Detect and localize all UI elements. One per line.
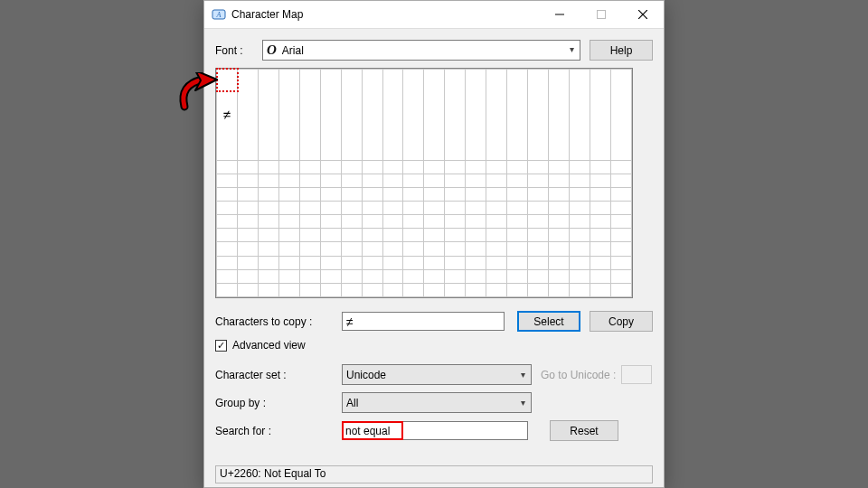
- grid-cell[interactable]: [424, 188, 445, 202]
- grid-cell[interactable]: [299, 269, 320, 283]
- grid-cell[interactable]: [341, 242, 362, 256]
- grid-cell[interactable]: [569, 202, 590, 215]
- grid-cell[interactable]: [382, 215, 403, 229]
- grid-cell[interactable]: [403, 215, 424, 229]
- grid-cell[interactable]: [569, 229, 590, 242]
- grid-cell[interactable]: [341, 160, 362, 174]
- grid-cell[interactable]: [445, 256, 466, 269]
- grid-cell[interactable]: [299, 283, 320, 296]
- grid-cell[interactable]: [424, 160, 445, 174]
- grid-cell[interactable]: [362, 160, 382, 174]
- grid-cell[interactable]: [528, 229, 549, 242]
- grid-cell[interactable]: [278, 202, 299, 215]
- grid-cell[interactable]: [486, 256, 507, 269]
- grid-cell[interactable]: [382, 160, 403, 174]
- grid-cell[interactable]: [362, 283, 382, 296]
- grid-cell[interactable]: [362, 70, 382, 161]
- grid-cell[interactable]: [320, 256, 341, 269]
- grid-cell[interactable]: [507, 242, 528, 256]
- grid-cell[interactable]: [610, 283, 631, 296]
- grid-cell[interactable]: [341, 256, 362, 269]
- grid-cell[interactable]: [237, 202, 258, 215]
- grid-cell[interactable]: [382, 70, 403, 161]
- grid-cell[interactable]: [610, 70, 631, 161]
- grid-cell[interactable]: [486, 160, 507, 174]
- grid-cell[interactable]: [610, 202, 631, 215]
- grid-cell[interactable]: [569, 160, 590, 174]
- font-dropdown[interactable]: O Arial ▾: [262, 40, 580, 61]
- grid-cell[interactable]: [424, 174, 445, 187]
- grid-cell[interactable]: [445, 269, 466, 283]
- grid-cell[interactable]: [466, 215, 486, 229]
- grid-cell[interactable]: [403, 229, 424, 242]
- search-for-input[interactable]: not equal: [342, 421, 403, 440]
- grid-cell[interactable]: [590, 70, 610, 161]
- grid-cell[interactable]: [507, 215, 528, 229]
- grid-cell[interactable]: [299, 160, 320, 174]
- grid-cell[interactable]: [258, 215, 278, 229]
- grid-cell[interactable]: [466, 229, 486, 242]
- grid-cell[interactable]: [528, 269, 549, 283]
- grid-cell[interactable]: [610, 269, 631, 283]
- grid-cell[interactable]: [549, 242, 570, 256]
- grid-cell[interactable]: [341, 269, 362, 283]
- grid-cell[interactable]: [258, 242, 278, 256]
- grid-cell[interactable]: [341, 229, 362, 242]
- grid-cell[interactable]: [217, 283, 238, 296]
- grid-cell[interactable]: [217, 202, 238, 215]
- grid-cell[interactable]: [278, 229, 299, 242]
- grid-cell[interactable]: [590, 269, 610, 283]
- grid-cell[interactable]: [424, 70, 445, 161]
- grid-cell[interactable]: [237, 70, 258, 161]
- grid-cell[interactable]: [258, 70, 278, 161]
- grid-cell[interactable]: [278, 242, 299, 256]
- grid-cell[interactable]: [217, 269, 238, 283]
- copy-button[interactable]: Copy: [590, 311, 653, 332]
- grid-cell[interactable]: [217, 215, 238, 229]
- grid-cell[interactable]: [258, 256, 278, 269]
- grid-cell[interactable]: [528, 242, 549, 256]
- grid-cell[interactable]: [466, 202, 486, 215]
- grid-cell[interactable]: [507, 283, 528, 296]
- grid-cell[interactable]: [403, 160, 424, 174]
- grid-cell[interactable]: [237, 174, 258, 187]
- grid-cell[interactable]: [362, 215, 382, 229]
- search-for-input-extra[interactable]: [403, 421, 528, 440]
- grid-cell[interactable]: [507, 160, 528, 174]
- grid-cell[interactable]: [362, 202, 382, 215]
- grid-cell[interactable]: [382, 269, 403, 283]
- grid-cell[interactable]: [569, 215, 590, 229]
- advanced-view-checkbox[interactable]: ✓: [215, 340, 227, 352]
- grid-cell[interactable]: [278, 269, 299, 283]
- grid-cell[interactable]: [528, 215, 549, 229]
- grid-cell[interactable]: [403, 269, 424, 283]
- grid-cell[interactable]: [528, 202, 549, 215]
- grid-cell[interactable]: [382, 242, 403, 256]
- grid-cell[interactable]: [258, 229, 278, 242]
- grid-cell[interactable]: [217, 188, 238, 202]
- grid-cell[interactable]: [341, 70, 362, 161]
- grid-cell[interactable]: [549, 215, 570, 229]
- grid-cell[interactable]: [549, 229, 570, 242]
- grid-cell[interactable]: [362, 188, 382, 202]
- grid-cell[interactable]: [299, 202, 320, 215]
- grid-cell[interactable]: [507, 229, 528, 242]
- grid-cell[interactable]: [299, 229, 320, 242]
- grid-cell[interactable]: [507, 70, 528, 161]
- grid-cell[interactable]: [320, 202, 341, 215]
- grid-cell[interactable]: [590, 229, 610, 242]
- grid-cell[interactable]: [299, 70, 320, 161]
- grid-cell[interactable]: [320, 283, 341, 296]
- grid-cell[interactable]: [486, 242, 507, 256]
- character-set-dropdown[interactable]: Unicode ▾: [342, 364, 532, 385]
- grid-cell[interactable]: [569, 269, 590, 283]
- grid-cell[interactable]: [424, 242, 445, 256]
- grid-cell[interactable]: [569, 70, 590, 161]
- grid-cell[interactable]: [610, 256, 631, 269]
- grid-cell[interactable]: [590, 202, 610, 215]
- grid-cell[interactable]: [382, 202, 403, 215]
- grid-cell[interactable]: [445, 174, 466, 187]
- grid-cell[interactable]: [569, 256, 590, 269]
- grid-cell[interactable]: [299, 174, 320, 187]
- grid-cell[interactable]: [466, 174, 486, 187]
